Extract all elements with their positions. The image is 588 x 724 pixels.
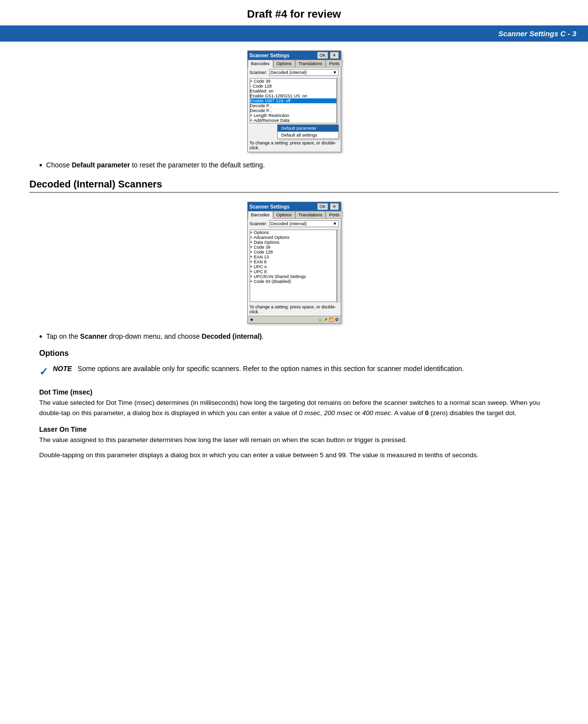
bullet-text-2: Tap on the Scanner drop-down menu, and c… bbox=[46, 332, 263, 341]
note-label: NOTE bbox=[53, 365, 72, 373]
tab-translations-2[interactable]: Translations bbox=[295, 211, 326, 218]
close-button-1[interactable]: ✕ bbox=[330, 52, 339, 59]
settings-icon: ⚙ bbox=[335, 317, 339, 322]
bullet-item-2: • Tap on the Scanner drop-down menu, and… bbox=[29, 332, 559, 341]
title-controls-2: OK ✕ bbox=[317, 203, 338, 210]
tree-item[interactable]: + Code 39 bbox=[250, 245, 336, 250]
scrollbar-1[interactable] bbox=[337, 77, 341, 124]
scanner-window-1: Scanner Settings OK ✕ Barcodes Options T… bbox=[247, 50, 341, 152]
tree-item-selected[interactable]: Enable ISBT 128: off bbox=[250, 98, 336, 103]
tab-translations-1[interactable]: Translations bbox=[295, 60, 326, 67]
screenshot2-container: Scanner Settings OK ✕ Barcodes Options T… bbox=[29, 202, 559, 324]
tree-item[interactable]: + Length Restriction bbox=[250, 113, 336, 118]
screenshot1-container: Scanner Settings OK ✕ Barcodes Options T… bbox=[29, 50, 559, 152]
scrollbar-2[interactable] bbox=[337, 229, 341, 303]
scanner-row-1: Scanner: Decoded (internal) ▼ bbox=[248, 68, 341, 77]
bullet-text-1: Choose Default parameter to reset the pa… bbox=[46, 161, 265, 170]
tree-item[interactable]: + EAN 8 bbox=[250, 259, 336, 264]
tree-item[interactable]: Enable GS1-128/GS1 US: on bbox=[250, 93, 336, 98]
tree-area-1: + Code 39 - Code 128 Enabled: on Enable … bbox=[248, 77, 341, 124]
scanner-label-2: Scanner: bbox=[250, 221, 267, 226]
tree-item[interactable]: Decode P... bbox=[250, 103, 336, 108]
scanner-row-2: Scanner: Decoded (internal) ▼ bbox=[248, 219, 341, 229]
status-icons: 🔋 ↗ 📶 ⚙ bbox=[317, 317, 339, 322]
tree-item[interactable]: + Options bbox=[250, 230, 336, 235]
note-content: NOTE Some options are available only for… bbox=[53, 365, 549, 373]
section-banner: Scanner Settings C - 3 bbox=[0, 25, 588, 42]
laser-on-time-heading: Laser On Time bbox=[39, 425, 549, 433]
tabs-1: Barcodes Options Translations Ports bbox=[248, 60, 341, 68]
context-menu-1: Default parameter Default all settings bbox=[277, 124, 339, 139]
menu-item-default-all[interactable]: Default all settings bbox=[278, 132, 338, 139]
tree-area-2: + Options + Advanced Options + Data Opti… bbox=[248, 229, 341, 303]
ok-button-2[interactable]: OK bbox=[317, 203, 328, 210]
ok-button-1[interactable]: OK bbox=[317, 52, 328, 59]
tab-options-2[interactable]: Options bbox=[273, 211, 295, 218]
start-icon: ★ bbox=[250, 317, 254, 322]
scanner-window-2: Scanner Settings OK ✕ Barcodes Options T… bbox=[247, 202, 341, 324]
menu-item-default-param[interactable]: Default parameter bbox=[278, 125, 338, 132]
tab-ports-1[interactable]: Ports bbox=[326, 60, 343, 67]
hint-1: To change a setting: press space, or dou… bbox=[248, 139, 341, 152]
tree-item[interactable]: + UPC/EAN Shared Settings bbox=[250, 274, 336, 279]
tree-item[interactable]: + Code 39 bbox=[250, 79, 336, 84]
tree-item[interactable]: + Data Options bbox=[250, 240, 336, 245]
tree-item[interactable]: + UPC E bbox=[250, 269, 336, 274]
laser-on-time-para1: The value assigned to this parameter det… bbox=[39, 435, 549, 445]
window-title-2: Scanner Settings bbox=[250, 204, 290, 210]
scanner-dropdown-1[interactable]: Decoded (internal) ▼ bbox=[269, 69, 339, 76]
tree-item[interactable]: + Add/Remove Data bbox=[250, 118, 336, 123]
window-title-1: Scanner Settings bbox=[250, 53, 290, 58]
hint-2: To change a setting: press space, or dou… bbox=[248, 303, 341, 316]
note-text: Some options are available only for spec… bbox=[78, 365, 464, 373]
bullet-item-1: • Choose Default parameter to reset the … bbox=[29, 161, 559, 170]
close-button-2[interactable]: ✕ bbox=[330, 203, 339, 210]
tab-ports-2[interactable]: Ports bbox=[326, 211, 343, 218]
tree-item[interactable]: + Advanced Options bbox=[250, 235, 336, 240]
section-heading-decoded: Decoded (Internal) Scanners bbox=[29, 179, 559, 193]
bottom-bar-2: ★ 🔋 ↗ 📶 ⚙ bbox=[248, 316, 341, 323]
options-heading: Options bbox=[39, 349, 559, 358]
note-check-icon: ✓ bbox=[39, 366, 48, 378]
tree-item[interactable]: Decode P... bbox=[250, 108, 336, 113]
tree-item[interactable]: + Code 93 (disabled) bbox=[250, 279, 336, 284]
bullet-symbol-1: • bbox=[39, 161, 42, 170]
scanner-label-1: Scanner: bbox=[250, 70, 267, 75]
dot-time-heading: Dot Time (msec) bbox=[39, 388, 549, 396]
title-bar-1: Scanner Settings OK ✕ bbox=[248, 51, 341, 60]
network-icon: 📶 bbox=[329, 317, 334, 322]
note-box: ✓ NOTE Some options are available only f… bbox=[39, 363, 549, 380]
tree-item[interactable]: + Code 128 bbox=[250, 250, 336, 255]
battery-icon: 🔋 bbox=[317, 317, 323, 322]
tabs-2: Barcodes Options Translations Ports bbox=[248, 211, 341, 219]
tab-barcodes-1[interactable]: Barcodes bbox=[248, 60, 273, 68]
title-controls-1: OK ✕ bbox=[317, 52, 338, 59]
tab-barcodes-2[interactable]: Barcodes bbox=[248, 211, 273, 219]
tree-item[interactable]: + EAN 13 bbox=[250, 255, 336, 259]
dot-time-para: The value selected for Dot Time (msec) d… bbox=[39, 398, 549, 419]
page-title: Draft #4 for review bbox=[0, 0, 588, 25]
signal-icon: ↗ bbox=[324, 317, 328, 322]
tree-item[interactable]: - Code 128 bbox=[250, 84, 336, 89]
title-bar-2: Scanner Settings OK ✕ bbox=[248, 202, 341, 211]
tree-item[interactable]: Enabled: on bbox=[250, 89, 336, 93]
tree-item[interactable]: + UPC A bbox=[250, 264, 336, 269]
bullet-symbol-2: • bbox=[39, 332, 42, 341]
tab-options-1[interactable]: Options bbox=[273, 60, 295, 67]
laser-on-time-para2: Double-tapping on this parameter display… bbox=[39, 450, 549, 461]
scanner-dropdown-2[interactable]: Decoded (internal) ▼ bbox=[269, 220, 339, 227]
